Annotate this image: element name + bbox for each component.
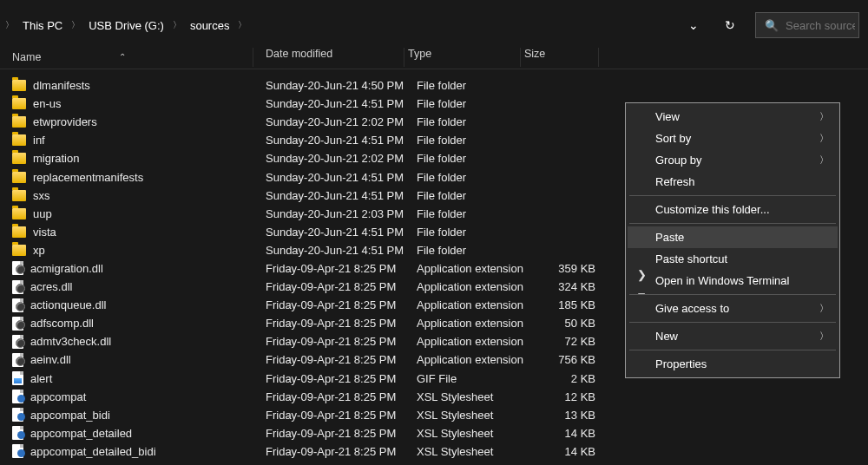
- file-type: Application extension: [417, 335, 533, 348]
- file-type: XSL Stylesheet: [417, 427, 533, 440]
- dll-icon: [12, 353, 23, 367]
- file-date: Friday-09-Apr-21 8:25 PM: [266, 280, 417, 293]
- dll-icon: [12, 280, 23, 294]
- column-header-name[interactable]: Name ⌃: [0, 48, 253, 67]
- menu-item-paste[interactable]: Paste: [628, 226, 838, 248]
- file-date: Friday-09-Apr-21 8:25 PM: [266, 335, 417, 348]
- column-header-label: Type: [408, 48, 431, 60]
- terminal-icon: ❯_: [635, 268, 648, 294]
- folder-icon: [12, 172, 26, 183]
- menu-item-open-windows-terminal[interactable]: ❯_ Open in Windows Terminal: [628, 270, 838, 291]
- dll-icon: [12, 298, 23, 312]
- column-header-label: Date modified: [266, 48, 332, 60]
- file-name: uup: [33, 207, 52, 220]
- menu-separator: [629, 350, 836, 350]
- menu-item-label: Customize this folder...: [655, 203, 770, 216]
- file-type: File folder: [417, 189, 533, 202]
- xsl-icon: [12, 426, 23, 440]
- file-name: xp: [33, 244, 45, 257]
- file-name: etwproviders: [33, 115, 97, 128]
- list-item[interactable]: appcompat_detailed_bidiFriday-09-Apr-21 …: [12, 442, 868, 461]
- file-size: 14 KB: [533, 427, 611, 440]
- file-date: Friday-09-Apr-21 8:25 PM: [266, 317, 417, 330]
- file-type: File folder: [417, 226, 533, 239]
- list-item[interactable]: appcompatFriday-09-Apr-21 8:25 PMXSL Sty…: [12, 388, 868, 406]
- file-size: 324 KB: [533, 280, 611, 293]
- chevron-right-icon: 〉: [238, 19, 247, 31]
- column-header-date[interactable]: Date modified: [253, 48, 404, 67]
- file-date: Friday-09-Apr-21 8:25 PM: [266, 298, 417, 311]
- menu-item-give-access-to[interactable]: Give access to 〉: [628, 298, 838, 319]
- menu-item-group-by[interactable]: Group by 〉: [628, 149, 838, 171]
- folder-icon: [12, 245, 26, 256]
- search-input[interactable]: 🔍: [755, 12, 859, 38]
- menu-item-paste-shortcut[interactable]: Paste shortcut: [628, 248, 838, 270]
- file-date: Friday-09-Apr-21 8:25 PM: [266, 372, 417, 385]
- file-date: Sunday-20-Jun-21 4:51 PM: [266, 134, 417, 147]
- file-date: Friday-09-Apr-21 8:25 PM: [266, 262, 417, 275]
- context-menu: View 〉 Sort by 〉 Group by 〉 Refresh Cust…: [625, 102, 840, 378]
- file-type: Application extension: [417, 317, 533, 330]
- menu-item-new[interactable]: New 〉: [628, 325, 838, 347]
- menu-item-view[interactable]: View 〉: [628, 106, 838, 128]
- column-header-label: Size: [524, 48, 545, 60]
- folder-icon: [12, 190, 26, 201]
- file-name: alert: [30, 372, 52, 385]
- file-name: appcompat_detailed: [30, 427, 132, 440]
- menu-separator: [629, 322, 836, 323]
- chevron-right-icon: 〉: [819, 132, 829, 145]
- chevron-down-icon[interactable]: ⌄: [682, 18, 705, 32]
- menu-item-label: View: [655, 110, 680, 123]
- xsl-icon: [12, 390, 23, 403]
- menu-separator: [629, 195, 836, 196]
- file-size: 72 KB: [533, 335, 611, 348]
- breadcrumb-item[interactable]: USB Drive (G:): [89, 19, 164, 32]
- file-name: replacementmanifests: [33, 171, 143, 184]
- refresh-icon[interactable]: ↻: [719, 18, 741, 32]
- menu-item-label: Paste shortcut: [655, 252, 727, 265]
- file-size: 359 KB: [533, 262, 611, 275]
- file-size: 13 KB: [533, 409, 611, 422]
- list-item[interactable]: appcompat_bidiFriday-09-Apr-21 8:25 PMXS…: [12, 406, 868, 424]
- menu-item-label: Refresh: [655, 175, 695, 188]
- menu-item-label: Sort by: [655, 132, 691, 145]
- file-date: Sunday-20-Jun-21 4:51 PM: [266, 226, 417, 239]
- column-header-size[interactable]: Size: [521, 48, 599, 67]
- xsl-icon: [12, 408, 23, 422]
- list-item[interactable]: appcompat_detailedFriday-09-Apr-21 8:25 …: [12, 424, 868, 442]
- chevron-right-icon: 〉: [819, 302, 829, 315]
- menu-item-label: New: [655, 330, 678, 343]
- menu-item-label: Give access to: [655, 302, 729, 315]
- menu-item-label: Paste: [655, 231, 684, 244]
- file-name: actionqueue.dll: [30, 298, 106, 311]
- breadcrumb-item[interactable]: sources: [190, 19, 230, 32]
- breadcrumb-item[interactable]: This PC: [23, 19, 62, 32]
- menu-item-customize-folder[interactable]: Customize this folder...: [628, 199, 838, 220]
- menu-item-sort-by[interactable]: Sort by 〉: [628, 128, 838, 149]
- file-name: dlmanifests: [33, 79, 90, 92]
- menu-separator: [629, 294, 836, 295]
- column-header-type[interactable]: Type: [404, 48, 521, 67]
- column-header-label: Name: [12, 51, 41, 63]
- file-size: 756 KB: [533, 353, 611, 366]
- file-type: File folder: [417, 152, 533, 165]
- file-date: Sunday-20-Jun-21 2:03 PM: [266, 207, 417, 220]
- file-date: Sunday-20-Jun-21 2:02 PM: [266, 152, 417, 165]
- breadcrumb[interactable]: 〉 This PC 〉 USB Drive (G:) 〉 sources 〉: [0, 19, 682, 32]
- file-type: XSL Stylesheet: [417, 390, 533, 403]
- file-type: File folder: [417, 207, 533, 220]
- file-date: Friday-09-Apr-21 8:25 PM: [266, 445, 417, 458]
- file-date: Friday-09-Apr-21 8:25 PM: [266, 353, 417, 366]
- chevron-right-icon: 〉: [173, 19, 181, 31]
- menu-item-refresh[interactable]: Refresh: [628, 171, 838, 193]
- file-type: File folder: [417, 97, 533, 110]
- file-date: Sunday-20-Jun-21 4:50 PM: [266, 79, 417, 92]
- file-name: aeinv.dll: [30, 353, 71, 366]
- file-date: Sunday-20-Jun-21 4:51 PM: [266, 189, 417, 202]
- search-icon: 🔍: [765, 19, 779, 32]
- file-size: 14 KB: [533, 445, 611, 458]
- menu-item-properties[interactable]: Properties: [628, 353, 838, 375]
- search-field[interactable]: [786, 19, 855, 32]
- list-item[interactable]: dlmanifestsSunday-20-Jun-21 4:50 PMFile …: [12, 76, 868, 95]
- file-name: inf: [33, 134, 45, 147]
